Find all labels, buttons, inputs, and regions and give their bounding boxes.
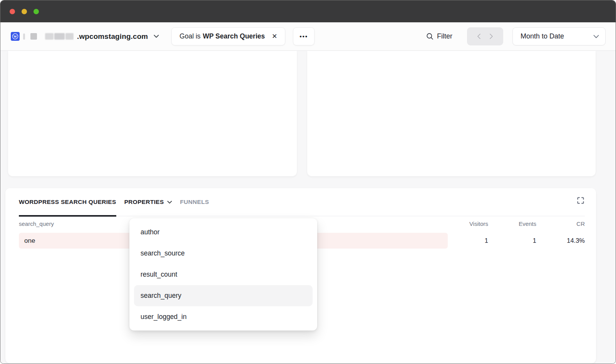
redacted-site-prefix bbox=[45, 33, 74, 40]
wordpress-icon: W bbox=[11, 32, 20, 41]
window-titlebar[interactable] bbox=[0, 0, 616, 22]
menu-item-search-query[interactable]: search_query bbox=[134, 285, 313, 306]
chevron-down-icon bbox=[593, 35, 599, 38]
filter-button[interactable]: Filter bbox=[426, 32, 452, 40]
goal-filter-prefix: Goal is bbox=[179, 32, 200, 40]
tab-wordpress-search-queries[interactable]: WORDPRESS SEARCH QUERIES bbox=[19, 188, 116, 216]
row-events: 1 bbox=[488, 237, 536, 244]
goal-filter-value: WP Search Queries bbox=[203, 32, 265, 40]
zoom-window-button[interactable] bbox=[33, 9, 39, 14]
dashboard-header: W .wpcomstaging.com Goal is WP Search Qu… bbox=[0, 22, 616, 51]
chevron-down-icon bbox=[154, 35, 159, 38]
report-tabs: WORDPRESS SEARCH QUERIES PROPERTIES FUNN… bbox=[19, 188, 585, 216]
dashboard-content: WORDPRESS SEARCH QUERIES PROPERTIES FUNN… bbox=[0, 51, 616, 364]
tab-properties[interactable]: PROPERTIES bbox=[124, 188, 172, 216]
chevron-down-icon bbox=[167, 200, 172, 204]
remove-filter-icon[interactable]: ✕ bbox=[272, 33, 277, 40]
menu-item-search-source[interactable]: search_source bbox=[134, 243, 313, 264]
properties-dropdown-menu: author search_source result_count search… bbox=[129, 218, 317, 331]
tab-label: FUNNELS bbox=[180, 199, 209, 205]
filter-button-label: Filter bbox=[437, 32, 452, 40]
menu-item-author[interactable]: author bbox=[134, 222, 313, 243]
date-range-selector[interactable]: Month to Date bbox=[512, 27, 606, 45]
events-column-header: Events bbox=[488, 220, 536, 227]
cr-column-header: CR bbox=[536, 220, 585, 227]
visitors-column-header: Visitors bbox=[440, 220, 488, 227]
menu-item-result-count[interactable]: result_count bbox=[134, 264, 313, 285]
close-window-button[interactable] bbox=[10, 9, 15, 14]
tab-label: WORDPRESS SEARCH QUERIES bbox=[19, 199, 116, 205]
menu-item-user-logged-in[interactable]: user_logged_in bbox=[134, 306, 313, 327]
date-pager bbox=[467, 27, 503, 45]
redacted-fragment bbox=[23, 33, 25, 40]
row-cr: 14.3% bbox=[536, 237, 585, 244]
site-selector[interactable]: W .wpcomstaging.com bbox=[11, 32, 159, 41]
tab-funnels[interactable]: FUNNELS bbox=[180, 188, 209, 216]
row-visitors: 1 bbox=[440, 237, 488, 244]
chevron-left-icon[interactable] bbox=[477, 33, 481, 39]
chart-card-right bbox=[307, 51, 596, 176]
minimize-window-button[interactable] bbox=[22, 9, 27, 14]
more-filters-button[interactable]: ••• bbox=[293, 27, 315, 45]
redacted-site-icon bbox=[30, 33, 37, 40]
date-range-value: Month to Date bbox=[521, 32, 564, 40]
chevron-right-icon[interactable] bbox=[489, 33, 493, 39]
tab-label: PROPERTIES bbox=[124, 199, 164, 205]
svg-text:W: W bbox=[13, 35, 17, 38]
expand-icon[interactable] bbox=[576, 196, 585, 205]
site-domain: .wpcomstaging.com bbox=[77, 32, 148, 41]
app-window: W .wpcomstaging.com Goal is WP Search Qu… bbox=[0, 0, 616, 364]
search-icon bbox=[426, 32, 434, 40]
chart-card-left bbox=[8, 51, 297, 176]
goal-filter-pill[interactable]: Goal is WP Search Queries ✕ bbox=[171, 27, 285, 45]
